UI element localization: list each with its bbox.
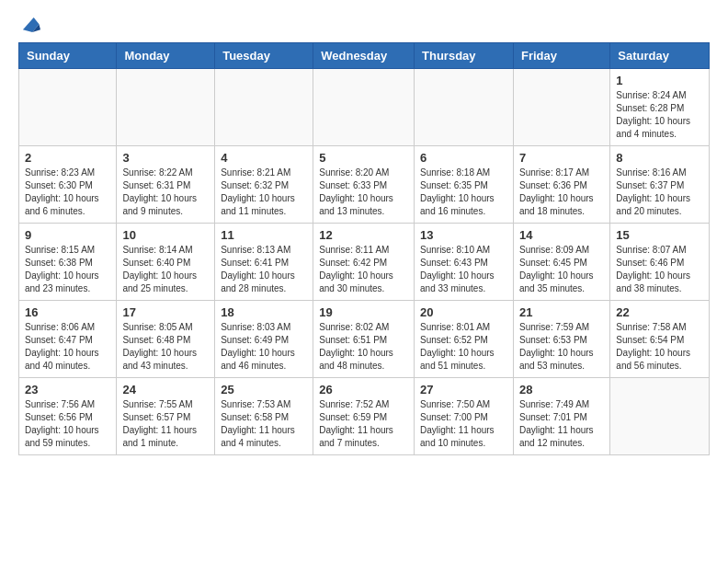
- calendar-cell: 6Sunrise: 8:18 AM Sunset: 6:35 PM Daylig…: [415, 145, 514, 223]
- calendar-cell: 17Sunrise: 8:05 AM Sunset: 6:48 PM Dayli…: [117, 300, 215, 377]
- day-number: 20: [420, 305, 507, 319]
- calendar-cell: 22Sunrise: 7:58 AM Sunset: 6:54 PM Dayli…: [610, 300, 710, 377]
- day-number: 23: [25, 383, 110, 396]
- day-info: Sunrise: 7:53 AM Sunset: 6:58 PM Dayligh…: [221, 398, 307, 450]
- day-info: Sunrise: 7:52 AM Sunset: 6:59 PM Dayligh…: [319, 398, 408, 450]
- day-info: Sunrise: 8:11 AM Sunset: 6:42 PM Dayligh…: [319, 244, 408, 295]
- day-info: Sunrise: 8:14 AM Sunset: 6:40 PM Dayligh…: [122, 244, 209, 295]
- day-info: Sunrise: 8:17 AM Sunset: 6:36 PM Dayligh…: [519, 167, 604, 218]
- calendar-cell: 28Sunrise: 7:49 AM Sunset: 7:01 PM Dayli…: [513, 377, 609, 454]
- day-number: 5: [319, 151, 408, 165]
- day-info: Sunrise: 7:55 AM Sunset: 6:57 PM Dayligh…: [122, 398, 209, 450]
- day-info: Sunrise: 8:01 AM Sunset: 6:52 PM Dayligh…: [420, 321, 507, 373]
- day-number: 4: [221, 151, 307, 165]
- day-info: Sunrise: 8:13 AM Sunset: 6:41 PM Dayligh…: [221, 244, 307, 295]
- day-info: Sunrise: 8:21 AM Sunset: 6:32 PM Dayligh…: [221, 167, 307, 218]
- day-number: 3: [122, 151, 209, 165]
- day-number: 22: [616, 305, 703, 319]
- calendar: SundayMondayTuesdayWednesdayThursdayFrid…: [18, 42, 710, 455]
- calendar-cell: 19Sunrise: 8:02 AM Sunset: 6:51 PM Dayli…: [313, 300, 415, 377]
- calendar-cell: 9Sunrise: 8:15 AM Sunset: 6:38 PM Daylig…: [19, 223, 117, 300]
- day-number: 28: [519, 383, 604, 396]
- calendar-cell: [415, 68, 514, 145]
- calendar-cell: 21Sunrise: 7:59 AM Sunset: 6:53 PM Dayli…: [513, 300, 609, 377]
- day-number: 21: [519, 305, 604, 319]
- day-info: Sunrise: 8:23 AM Sunset: 6:30 PM Dayligh…: [25, 167, 110, 218]
- day-info: Sunrise: 8:06 AM Sunset: 6:47 PM Dayligh…: [25, 321, 110, 373]
- week-row-3: 16Sunrise: 8:06 AM Sunset: 6:47 PM Dayli…: [19, 300, 710, 377]
- calendar-cell: 13Sunrise: 8:10 AM Sunset: 6:43 PM Dayli…: [415, 223, 514, 300]
- weekday-header-tuesday: Tuesday: [215, 42, 313, 68]
- calendar-cell: [19, 68, 117, 145]
- calendar-cell: 1Sunrise: 8:24 AM Sunset: 6:28 PM Daylig…: [610, 68, 710, 145]
- calendar-cell: 11Sunrise: 8:13 AM Sunset: 6:41 PM Dayli…: [215, 223, 313, 300]
- day-number: 17: [122, 305, 209, 319]
- calendar-cell: [513, 68, 609, 145]
- day-number: 6: [420, 151, 507, 165]
- day-number: 10: [122, 228, 209, 242]
- day-info: Sunrise: 7:49 AM Sunset: 7:01 PM Dayligh…: [519, 398, 604, 450]
- calendar-cell: 25Sunrise: 7:53 AM Sunset: 6:58 PM Dayli…: [215, 377, 313, 454]
- day-number: 19: [319, 305, 408, 319]
- day-info: Sunrise: 8:07 AM Sunset: 6:46 PM Dayligh…: [616, 244, 703, 295]
- calendar-cell: 26Sunrise: 7:52 AM Sunset: 6:59 PM Dayli…: [313, 377, 415, 454]
- day-info: Sunrise: 7:58 AM Sunset: 6:54 PM Dayligh…: [616, 321, 703, 373]
- header: [18, 15, 710, 37]
- day-number: 25: [221, 383, 307, 396]
- calendar-cell: [610, 377, 710, 454]
- calendar-cell: 24Sunrise: 7:55 AM Sunset: 6:57 PM Dayli…: [117, 377, 215, 454]
- calendar-cell: 7Sunrise: 8:17 AM Sunset: 6:36 PM Daylig…: [513, 145, 609, 223]
- calendar-cell: 16Sunrise: 8:06 AM Sunset: 6:47 PM Dayli…: [19, 300, 117, 377]
- day-number: 27: [420, 383, 507, 396]
- day-number: 1: [616, 74, 703, 87]
- calendar-cell: 20Sunrise: 8:01 AM Sunset: 6:52 PM Dayli…: [415, 300, 514, 377]
- weekday-header-wednesday: Wednesday: [313, 42, 415, 68]
- calendar-cell: 27Sunrise: 7:50 AM Sunset: 7:00 PM Dayli…: [415, 377, 514, 454]
- day-number: 11: [221, 228, 307, 242]
- weekday-header-thursday: Thursday: [415, 42, 514, 68]
- day-info: Sunrise: 7:50 AM Sunset: 7:00 PM Dayligh…: [420, 398, 507, 450]
- day-info: Sunrise: 8:02 AM Sunset: 6:51 PM Dayligh…: [319, 321, 408, 373]
- day-info: Sunrise: 7:56 AM Sunset: 6:56 PM Dayligh…: [25, 398, 110, 450]
- week-row-4: 23Sunrise: 7:56 AM Sunset: 6:56 PM Dayli…: [19, 377, 710, 454]
- calendar-cell: 3Sunrise: 8:22 AM Sunset: 6:31 PM Daylig…: [117, 145, 215, 223]
- calendar-cell: 5Sunrise: 8:20 AM Sunset: 6:33 PM Daylig…: [313, 145, 415, 223]
- day-number: 13: [420, 228, 507, 242]
- day-info: Sunrise: 8:18 AM Sunset: 6:35 PM Dayligh…: [420, 167, 507, 218]
- calendar-cell: 23Sunrise: 7:56 AM Sunset: 6:56 PM Dayli…: [19, 377, 117, 454]
- day-number: 26: [319, 383, 408, 396]
- weekday-header-friday: Friday: [513, 42, 609, 68]
- day-info: Sunrise: 8:10 AM Sunset: 6:43 PM Dayligh…: [420, 244, 507, 295]
- day-info: Sunrise: 8:24 AM Sunset: 6:28 PM Dayligh…: [616, 89, 703, 141]
- weekday-header-monday: Monday: [117, 42, 215, 68]
- day-info: Sunrise: 8:05 AM Sunset: 6:48 PM Dayligh…: [122, 321, 209, 373]
- day-info: Sunrise: 8:03 AM Sunset: 6:49 PM Dayligh…: [221, 321, 307, 373]
- day-info: Sunrise: 8:15 AM Sunset: 6:38 PM Dayligh…: [25, 244, 110, 295]
- calendar-cell: 4Sunrise: 8:21 AM Sunset: 6:32 PM Daylig…: [215, 145, 313, 223]
- calendar-cell: 15Sunrise: 8:07 AM Sunset: 6:46 PM Dayli…: [610, 223, 710, 300]
- day-info: Sunrise: 8:22 AM Sunset: 6:31 PM Dayligh…: [122, 167, 209, 218]
- weekday-header-sunday: Sunday: [19, 42, 117, 68]
- calendar-cell: 2Sunrise: 8:23 AM Sunset: 6:30 PM Daylig…: [19, 145, 117, 223]
- calendar-cell: 10Sunrise: 8:14 AM Sunset: 6:40 PM Dayli…: [117, 223, 215, 300]
- calendar-cell: [117, 68, 215, 145]
- day-info: Sunrise: 8:09 AM Sunset: 6:45 PM Dayligh…: [519, 244, 604, 295]
- day-number: 2: [25, 151, 110, 165]
- day-number: 18: [221, 305, 307, 319]
- day-number: 24: [122, 383, 209, 396]
- day-info: Sunrise: 8:16 AM Sunset: 6:37 PM Dayligh…: [616, 167, 703, 218]
- calendar-cell: 8Sunrise: 8:16 AM Sunset: 6:37 PM Daylig…: [610, 145, 710, 223]
- logo: [18, 18, 40, 37]
- calendar-cell: 18Sunrise: 8:03 AM Sunset: 6:49 PM Dayli…: [215, 300, 313, 377]
- weekday-header-saturday: Saturday: [610, 42, 710, 68]
- weekday-header-row: SundayMondayTuesdayWednesdayThursdayFrid…: [19, 42, 710, 68]
- week-row-0: 1Sunrise: 8:24 AM Sunset: 6:28 PM Daylig…: [19, 68, 710, 145]
- day-info: Sunrise: 7:59 AM Sunset: 6:53 PM Dayligh…: [519, 321, 604, 373]
- page: SundayMondayTuesdayWednesdayThursdayFrid…: [0, 0, 728, 563]
- calendar-cell: 12Sunrise: 8:11 AM Sunset: 6:42 PM Dayli…: [313, 223, 415, 300]
- day-number: 9: [25, 228, 110, 242]
- logo-icon: [20, 15, 40, 35]
- calendar-cell: [215, 68, 313, 145]
- day-number: 7: [519, 151, 604, 165]
- calendar-cell: [313, 68, 415, 145]
